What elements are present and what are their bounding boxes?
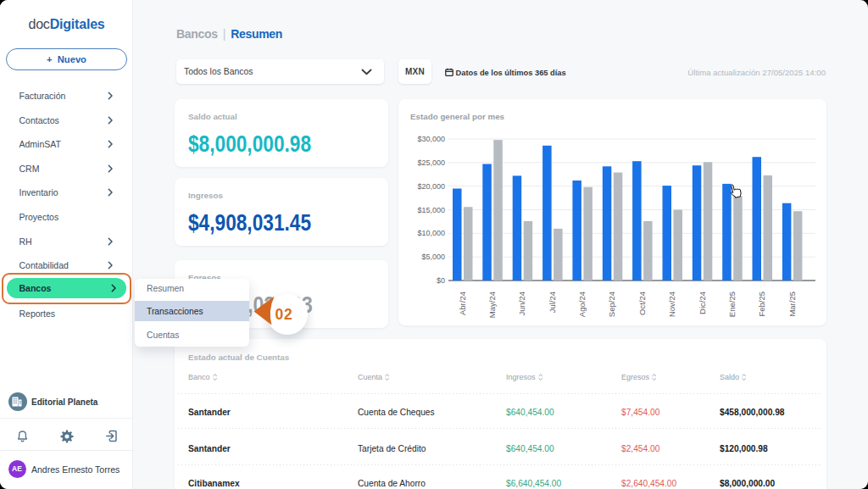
svg-text:$10,000: $10,000: [417, 229, 445, 237]
svg-text:Jul/24: Jul/24: [548, 292, 557, 313]
svg-text:Abr/24: Abr/24: [458, 292, 467, 315]
svg-text:Nov/24: Nov/24: [667, 292, 676, 317]
svg-text:$15,000: $15,000: [417, 206, 445, 214]
svg-text:$25,000: $25,000: [417, 158, 445, 167]
svg-text:Dic/24: Dic/24: [698, 292, 707, 314]
svg-text:Ago/24: Ago/24: [577, 292, 587, 317]
svg-text:$30,000: $30,000: [417, 135, 445, 143]
svg-text:Oct/24: Oct/24: [637, 292, 647, 315]
svg-text:$0: $0: [437, 276, 445, 285]
svg-text:$5,000: $5,000: [421, 253, 445, 261]
svg-text:$20,000: $20,000: [417, 182, 445, 191]
svg-text:Mar/25: Mar/25: [787, 292, 797, 317]
svg-text:Jun/24: Jun/24: [517, 292, 526, 316]
svg-text:Ene/25: Ene/25: [727, 292, 737, 317]
svg-text:May/24: May/24: [487, 292, 497, 318]
svg-text:Feb/25: Feb/25: [757, 292, 766, 317]
svg-text:Sep/24: Sep/24: [607, 292, 616, 317]
